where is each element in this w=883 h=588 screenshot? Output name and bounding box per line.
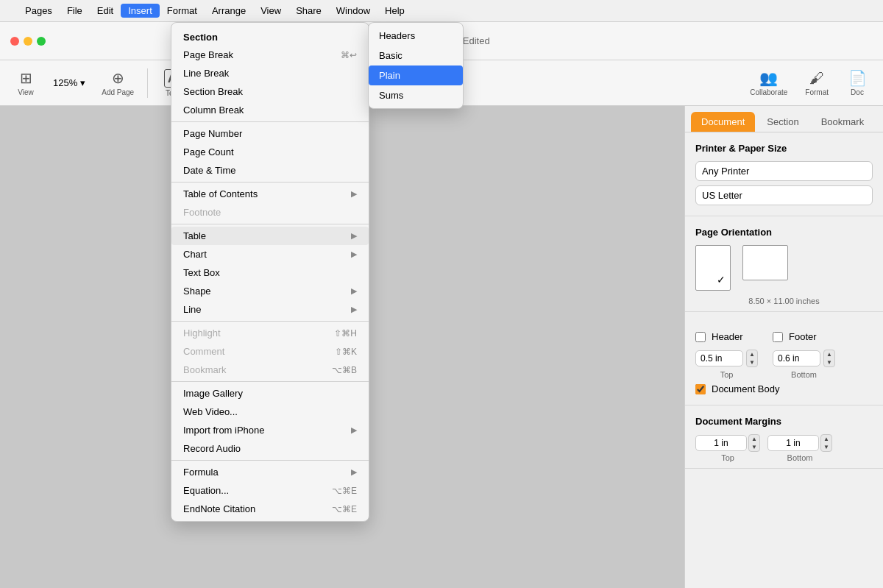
footer-checkbox[interactable]: [773, 332, 783, 342]
stepper-up[interactable]: ▲: [747, 350, 757, 358]
top-label: Top: [695, 370, 758, 379]
menu-import-iphone[interactable]: Import from iPhone ▶: [171, 421, 369, 439]
menu-textbox[interactable]: Text Box: [171, 263, 369, 282]
menu-endnote[interactable]: EndNote Citation ⌥⌘E: [171, 500, 369, 518]
menu-comment[interactable]: Comment ⇧⌘K: [171, 342, 369, 361]
menu-date-time[interactable]: Date & Time: [171, 161, 369, 180]
menu-equation[interactable]: Equation... ⌥⌘E: [171, 481, 369, 500]
dimension-label: 8.50 × 11.00 inches: [695, 297, 873, 305]
menu-insert[interactable]: Insert: [121, 4, 160, 18]
menu-image-gallery[interactable]: Image Gallery: [171, 384, 369, 403]
add-page-button[interactable]: ⊕ Add Page: [94, 66, 141, 99]
date-time-label: Date & Time: [183, 165, 236, 176]
portrait-option[interactable]: ✓: [695, 245, 731, 291]
menu-footnote[interactable]: Footnote: [171, 203, 369, 222]
maximize-button[interactable]: [37, 37, 46, 46]
view-icon: ⊞: [20, 69, 32, 87]
shape-arrow: ▶: [351, 286, 357, 296]
footer-bottom-input[interactable]: [773, 350, 820, 366]
bottom-margin-input[interactable]: [767, 435, 819, 451]
menu-format[interactable]: Format: [160, 4, 205, 18]
menu-formula[interactable]: Formula ▶: [171, 463, 369, 481]
table-label: Table: [183, 230, 206, 241]
menu-highlight[interactable]: Highlight ⇧⌘H: [171, 324, 369, 342]
menu-line[interactable]: Line ▶: [171, 300, 369, 319]
header-stepper[interactable]: ▲ ▼: [746, 350, 758, 367]
menu-pages[interactable]: Pages: [18, 4, 60, 18]
stepper-up-2[interactable]: ▲: [824, 350, 834, 358]
menu-window[interactable]: Window: [329, 4, 377, 18]
header-checkbox[interactable]: [695, 332, 706, 342]
menu-section-break[interactable]: Section Break: [171, 82, 369, 101]
margins-title: Document Margins: [695, 416, 873, 427]
tab-bookmark[interactable]: Bookmark: [811, 112, 875, 132]
bottom-margin-stepper[interactable]: ▲ ▼: [820, 434, 832, 452]
menu-page-number[interactable]: Page Number: [171, 124, 369, 143]
menu-help[interactable]: Help: [377, 4, 412, 18]
insert-section-header: Section: [171, 26, 369, 46]
submenu-sums[interactable]: Sums: [369, 85, 463, 105]
landscape-option[interactable]: [742, 245, 788, 280]
separator-2: [171, 182, 369, 183]
web-video-label: Web Video...: [183, 406, 238, 417]
menu-share[interactable]: Share: [288, 4, 329, 18]
minimize-button[interactable]: [24, 37, 32, 46]
menu-chart[interactable]: Chart ▶: [171, 245, 369, 263]
doc-body-checkbox[interactable]: [695, 384, 706, 394]
submenu-headers[interactable]: Headers: [369, 26, 463, 46]
menu-web-video[interactable]: Web Video...: [171, 403, 369, 421]
right-panel: Document Section Bookmark Printer & Pape…: [684, 106, 883, 588]
top-margin-input[interactable]: [695, 435, 747, 451]
comment-shortcut: ⇧⌘K: [335, 347, 357, 357]
formula-arrow: ▶: [351, 467, 357, 477]
menu-page-break[interactable]: Page Break ⌘↩: [171, 46, 369, 64]
stepper-down-2[interactable]: ▼: [824, 358, 834, 366]
doc-label: Doc: [851, 88, 864, 96]
menu-line-break[interactable]: Line Break: [171, 64, 369, 82]
printer-select[interactable]: Any Printer: [695, 161, 873, 181]
menu-shape[interactable]: Shape ▶: [171, 282, 369, 300]
header-label: Header: [712, 331, 743, 342]
submenu-plain[interactable]: Plain: [369, 65, 463, 85]
zoom-control[interactable]: 125% ▾: [47, 76, 91, 90]
close-button[interactable]: [10, 37, 19, 46]
toc-arrow: ▶: [351, 189, 357, 199]
collaborate-button[interactable]: 👥 Collaborate: [742, 66, 795, 99]
bottom-down[interactable]: ▼: [821, 443, 831, 451]
separator-5: [171, 381, 369, 382]
menu-column-break[interactable]: Column Break: [171, 101, 369, 119]
menu-page-count[interactable]: Page Count: [171, 143, 369, 161]
collaborate-label: Collaborate: [750, 88, 787, 96]
section-break-label: Section Break: [183, 86, 243, 97]
footer-stepper[interactable]: ▲ ▼: [823, 350, 835, 367]
top-up[interactable]: ▲: [749, 435, 759, 443]
format-button[interactable]: 🖌 Format: [798, 67, 836, 99]
menu-file[interactable]: File: [60, 4, 90, 18]
header-top-input[interactable]: [695, 350, 743, 366]
page-break-shortcut: ⌘↩: [341, 50, 357, 60]
view-button[interactable]: ⊞ View: [7, 66, 44, 99]
bookmark-shortcut: ⌥⌘B: [332, 365, 357, 375]
top-margin-stepper[interactable]: ▲ ▼: [748, 434, 760, 452]
margins-section: Document Margins ▲ ▼ Top: [685, 405, 883, 469]
menu-table[interactable]: Table ▶: [171, 227, 369, 245]
stepper-down[interactable]: ▼: [747, 358, 757, 366]
tab-document[interactable]: Document: [691, 112, 755, 132]
tab-section[interactable]: Section: [756, 112, 809, 132]
separator-6: [171, 460, 369, 461]
top-down[interactable]: ▼: [749, 443, 759, 451]
menu-view[interactable]: View: [253, 4, 288, 18]
menu-record-audio[interactable]: Record Audio: [171, 439, 369, 458]
menu-edit[interactable]: Edit: [90, 4, 121, 18]
landscape-preview[interactable]: [742, 245, 788, 280]
page-break-label: Page Break: [183, 49, 233, 60]
menu-toc[interactable]: Table of Contents ▶: [171, 185, 369, 203]
doc-button[interactable]: 📄 Doc: [839, 66, 876, 99]
menu-bookmark[interactable]: Bookmark ⌥⌘B: [171, 361, 369, 379]
submenu-basic[interactable]: Basic: [369, 46, 463, 65]
paper-select[interactable]: US Letter: [695, 185, 873, 205]
bottom-up[interactable]: ▲: [821, 435, 831, 443]
menu-arrange[interactable]: Arrange: [205, 4, 253, 18]
portrait-preview[interactable]: ✓: [695, 245, 731, 291]
traffic-lights: [0, 37, 56, 46]
